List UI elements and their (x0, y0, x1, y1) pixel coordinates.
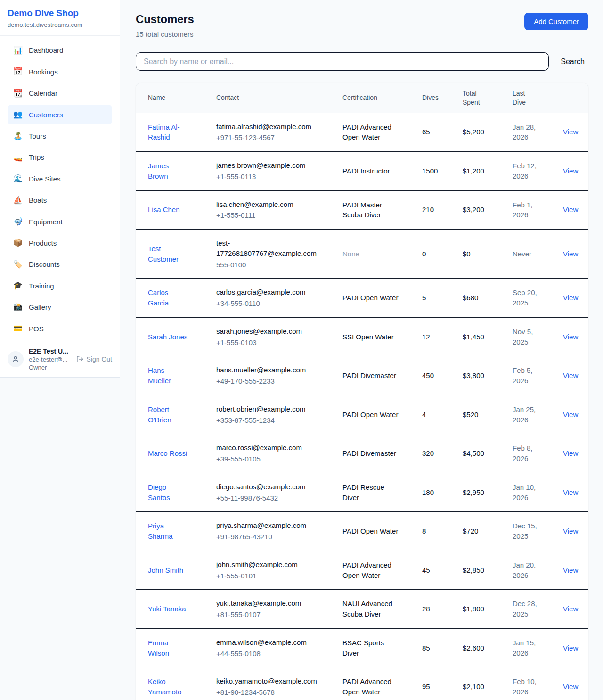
island-icon: 🏝️ (13, 131, 23, 141)
column-header-total-spent: Total Spent (451, 83, 501, 113)
table-row: Carlos Garcia carlos.garcia@example.com … (136, 279, 588, 318)
sidebar-item-label: Calendar (29, 88, 57, 98)
view-link[interactable]: View (563, 527, 578, 535)
person-icon (11, 355, 20, 363)
customer-name-link[interactable]: Yuki Tanaka (148, 605, 186, 613)
sidebar-item-trips[interactable]: 🚤 Trips (8, 148, 112, 167)
view-link[interactable]: View (563, 371, 578, 379)
customer-name-link[interactable]: Emma Wilson (148, 639, 169, 657)
customer-total-spent: $720 (451, 512, 501, 551)
bar-chart-icon: 📊 (13, 45, 23, 56)
sidebar-item-gallery[interactable]: 📸 Gallery (8, 297, 112, 317)
customer-email: keiko.yamamoto@example.com (216, 676, 322, 686)
sidebar-item-boats[interactable]: ⛵ Boats (8, 190, 112, 210)
sidebar-item-label: Equipment (29, 217, 63, 227)
sidebar-item-dive-sites[interactable]: 🌊 Dive Sites (8, 169, 112, 189)
customer-name-link[interactable]: Test Customer (148, 245, 179, 263)
view-link[interactable]: View (563, 333, 578, 341)
people-icon: 👥 (13, 109, 23, 120)
customer-email: marco.rossi@example.com (216, 443, 322, 453)
sidebar-item-training[interactable]: 🎓 Training (8, 276, 112, 296)
add-customer-button[interactable]: Add Customer (524, 13, 588, 30)
table-row: Lisa Chen lisa.chen@example.com +1-555-0… (136, 190, 588, 230)
column-header-contact: Contact (204, 83, 331, 113)
search-button[interactable]: Search (561, 58, 588, 66)
customer-dives: 8 (410, 512, 451, 551)
customer-phone: +353-87-555-1234 (216, 415, 322, 426)
view-link[interactable]: View (563, 250, 578, 258)
customer-dives: 180 (410, 473, 451, 512)
shop-domain: demo.test.divestreams.com (8, 21, 112, 28)
view-link[interactable]: View (563, 411, 578, 419)
sidebar-item-products[interactable]: 📦 Products (8, 233, 112, 253)
customer-dives: 1500 (410, 152, 451, 191)
customer-total-spent: $2,600 (451, 628, 501, 667)
sidebar-item-calendar[interactable]: 📆 Calendar (8, 83, 112, 103)
customer-name-link[interactable]: Carlos Garcia (148, 288, 169, 307)
table-row: Hans Mueller hans.mueller@example.com +4… (136, 356, 588, 395)
customer-name-link[interactable]: Marco Rossi (148, 449, 187, 457)
customer-total-spent: $3,200 (451, 190, 501, 230)
table-row: Keiko Yamamoto keiko.yamamoto@example.co… (136, 667, 588, 700)
view-link[interactable]: View (563, 644, 578, 652)
customer-phone: +81-555-0107 (216, 609, 322, 620)
customer-total-spent: $1,200 (451, 152, 501, 191)
sidebar-item-dashboard[interactable]: 📊 Dashboard (8, 41, 112, 60)
sidebar-item-discounts[interactable]: 🏷️ Discounts (8, 255, 112, 274)
view-link[interactable]: View (563, 294, 578, 302)
customer-total-spent: $2,850 (451, 551, 501, 590)
customer-email: diego.santos@example.com (216, 482, 322, 492)
customer-name-link[interactable]: Fatima Al-Rashid (148, 123, 180, 141)
view-link[interactable]: View (563, 206, 578, 214)
table-row: Test Customer test-1772681807767@example… (136, 230, 588, 279)
customer-name-link[interactable]: Diego Santos (148, 483, 170, 502)
sidebar-item-tours[interactable]: 🏝️ Tours (8, 126, 112, 146)
search-input[interactable] (136, 52, 549, 71)
view-link[interactable]: View (563, 566, 578, 574)
customer-name-link[interactable]: John Smith (148, 566, 183, 574)
main-content: Customers 15 total customers Add Custome… (120, 0, 603, 700)
customer-phone: +1-555-0113 (216, 172, 322, 182)
customer-name-link[interactable]: Hans Mueller (148, 366, 171, 385)
customer-last-dive: Jan 25, 2026 (501, 395, 548, 434)
customer-name-link[interactable]: James Brown (148, 162, 169, 180)
column-header-name: Name (136, 83, 204, 113)
customer-phone: +1-555-0111 (216, 210, 322, 221)
customer-total-spent: $2,950 (451, 473, 501, 512)
sidebar-item-customers[interactable]: 👥 Customers (8, 105, 112, 124)
sign-out-button[interactable]: Sign Out (76, 355, 112, 363)
page-header: Customers 15 total customers Add Custome… (136, 13, 588, 38)
customer-name-link[interactable]: Sarah Jones (148, 333, 187, 341)
view-link[interactable]: View (563, 167, 578, 175)
customer-name-link[interactable]: Priya Sharma (148, 522, 173, 540)
user-name: E2E Test U... (29, 347, 68, 355)
customer-email: fatima.alrashid@example.com (216, 122, 322, 132)
view-link[interactable]: View (563, 605, 578, 613)
view-link[interactable]: View (563, 449, 578, 457)
customer-name-link[interactable]: Lisa Chen (148, 206, 180, 214)
user-info: E2E Test U... e2e-tester@... Owner (29, 347, 68, 371)
column-header-dives: Dives (410, 83, 451, 113)
customer-last-dive: Jan 20, 2026 (501, 551, 548, 590)
customer-certification: PADI Open Water (342, 411, 398, 419)
customer-total-spent: $3,800 (451, 356, 501, 395)
view-link[interactable]: View (563, 683, 578, 691)
sidebar-item-bookings[interactable]: 📅 Bookings (8, 62, 112, 82)
customer-dives: 45 (410, 551, 451, 590)
customer-certification: PADI Divemaster (342, 371, 396, 379)
customer-email: sarah.jones@example.com (216, 326, 322, 337)
customer-email: test-1772681807767@example.com (216, 238, 322, 259)
customer-name-link[interactable]: Keiko Yamamoto (148, 677, 181, 696)
shop-name[interactable]: Demo Dive Shop (8, 8, 112, 19)
view-link[interactable]: View (563, 128, 578, 136)
view-link[interactable]: View (563, 488, 578, 496)
sidebar-item-pos[interactable]: 💳 POS (8, 319, 112, 338)
customer-name-link[interactable]: Robert O'Brien (148, 405, 171, 424)
table-header-row: Name Contact Certification Dives Total S… (136, 83, 588, 113)
page-title: Customers (136, 13, 194, 26)
customer-dives: 12 (410, 317, 451, 356)
customer-dives: 4 (410, 395, 451, 434)
sidebar-item-equipment[interactable]: 🤿 Equipment (8, 212, 112, 231)
customer-last-dive: Feb 8, 2026 (501, 434, 548, 473)
customer-email: lisa.chen@example.com (216, 199, 322, 210)
